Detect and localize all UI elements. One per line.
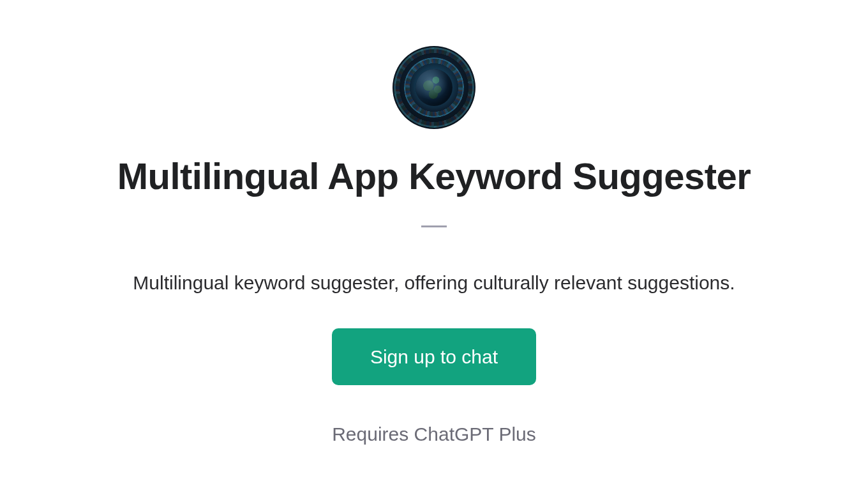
page-title: Multilingual App Keyword Suggester [117,155,751,197]
title-divider [421,225,447,227]
requirement-note: Requires ChatGPT Plus [332,423,536,445]
signup-button[interactable]: Sign up to chat [332,328,536,385]
app-avatar [393,46,475,129]
page-container: Multilingual App Keyword Suggester Multi… [0,0,868,488]
globe-icon [415,69,453,106]
page-description: Multilingual keyword suggester, offering… [133,272,735,294]
